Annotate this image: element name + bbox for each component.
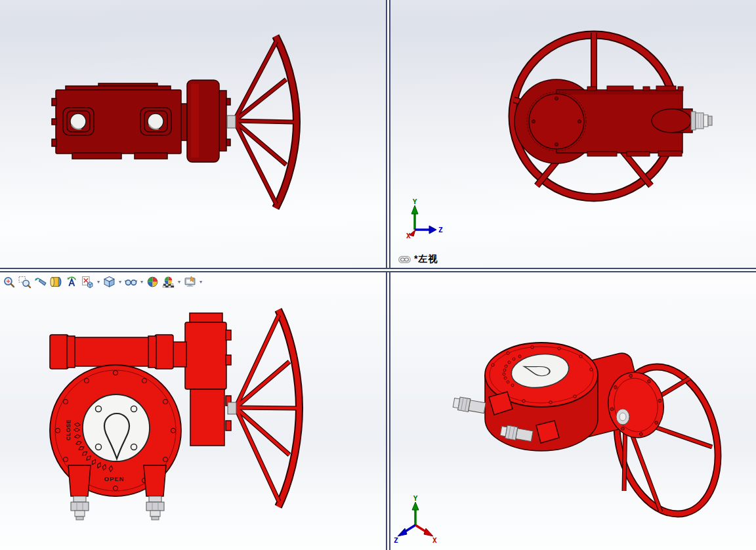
handwheel-edge[interactable] xyxy=(236,310,299,507)
viewport-bottom-left[interactable]: ▾ ▾ ▾ ▾ ▾ xyxy=(0,272,386,550)
limit-stud-upper[interactable] xyxy=(453,392,513,415)
dial-open-label: OPEN xyxy=(104,475,125,482)
view-settings-dropdown-icon[interactable]: ▾ xyxy=(199,275,203,289)
edit-appearance-icon[interactable] xyxy=(146,275,159,289)
view-name-text: *左视 xyxy=(414,253,438,265)
indicator-dial[interactable] xyxy=(83,394,150,461)
hide-show-items-dropdown-icon[interactable]: ▾ xyxy=(140,275,144,289)
triad-x-label: X xyxy=(432,536,437,545)
handwheel-edge[interactable] xyxy=(234,36,297,208)
viewport-bottom-right[interactable]: Y Z X xyxy=(390,272,756,550)
display-style-icon[interactable] xyxy=(102,275,116,289)
vertical-viewport-splitter[interactable] xyxy=(386,0,390,550)
triad-z-label: Z xyxy=(438,226,443,234)
leg-stud-left xyxy=(71,496,89,520)
wheel-stem xyxy=(227,116,236,128)
wheel-stem xyxy=(228,402,236,414)
hide-show-items-icon[interactable] xyxy=(124,275,138,289)
zoom-to-fit-icon[interactable] xyxy=(2,275,16,289)
previous-view-icon[interactable] xyxy=(33,275,47,289)
hub-center xyxy=(620,413,626,421)
viewport-top-left[interactable] xyxy=(0,0,386,268)
triad-y-label: Y xyxy=(413,494,418,503)
top-cylinder[interactable] xyxy=(50,335,173,369)
view-toolbar: ▾ ▾ ▾ ▾ ▾ xyxy=(2,275,203,289)
zoom-to-area-icon[interactable] xyxy=(18,275,32,289)
leg-stud-right xyxy=(146,496,164,520)
view-orientation-label[interactable]: *左视 xyxy=(398,253,438,265)
view-orientation-icon[interactable] xyxy=(81,275,94,289)
triad-x-label: X xyxy=(406,232,411,240)
front-view-canvas[interactable]: CLOSE OPEN xyxy=(0,272,386,550)
isometric-view-canvas[interactable]: Y Z X xyxy=(390,272,756,550)
display-style-dropdown-icon[interactable]: ▾ xyxy=(118,275,122,289)
horizontal-viewport-splitter[interactable] xyxy=(0,268,756,272)
annotation-views-icon[interactable] xyxy=(65,275,79,289)
apply-scene-icon[interactable] xyxy=(161,275,175,289)
orientation-triad: Y Z X xyxy=(394,494,437,545)
dial-close-label: CLOSE xyxy=(65,419,72,440)
viewport-top-right[interactable]: Y Z X *左视 xyxy=(390,0,756,268)
link-icon[interactable] xyxy=(398,256,411,263)
side-view-canvas[interactable] xyxy=(0,0,386,268)
view-orientation-dropdown-icon[interactable]: ▾ xyxy=(96,275,100,289)
left-view-canvas[interactable]: Y Z X xyxy=(390,0,756,268)
triad-z-label: Z xyxy=(394,536,398,545)
triad-y-label: Y xyxy=(413,198,417,206)
view-settings-icon[interactable] xyxy=(183,275,197,289)
graphics-area: Y Z X *左视 ▾ ▾ ▾ xyxy=(0,0,756,550)
input-stem[interactable] xyxy=(652,109,712,133)
apply-scene-dropdown-icon[interactable]: ▾ xyxy=(177,275,181,289)
orientation-triad: Y Z X xyxy=(406,198,443,240)
section-view-icon[interactable] xyxy=(49,275,63,289)
flange-highlight xyxy=(191,84,199,158)
